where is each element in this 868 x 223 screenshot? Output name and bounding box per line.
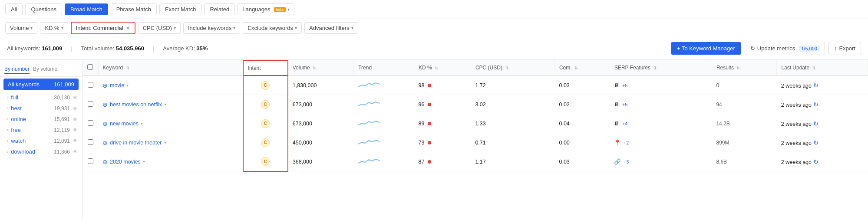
row-checkbox-cell[interactable] xyxy=(83,95,98,114)
sidebar-item-free[interactable]: › free 12,119 👁 xyxy=(0,125,82,135)
tab-broad-match[interactable]: Broad Match xyxy=(65,3,108,15)
volume-filter[interactable]: Volume ▾ xyxy=(5,22,37,34)
sidebar-tab-by-number[interactable]: By number xyxy=(4,66,30,74)
row-serp: 📍 +2 xyxy=(610,133,712,152)
row-cpc: 1.33 xyxy=(471,114,554,133)
keyword-link[interactable]: ⊕ 2020 movies ▾ xyxy=(102,158,238,165)
row-results: 0 xyxy=(712,75,776,95)
refresh-icon[interactable]: ↻ xyxy=(813,158,818,165)
row-checkbox[interactable] xyxy=(88,139,93,145)
keyword-table-area: Keyword ⇅ Intent Volume ⇅ Trend KD % ⇅ xyxy=(83,60,868,220)
refresh-icon[interactable]: ↻ xyxy=(813,82,818,89)
col-kd[interactable]: KD % ⇅ xyxy=(414,60,471,75)
keyword-link[interactable]: ⊕ drive in movie theater ▾ xyxy=(102,139,238,146)
row-results: 8.6B xyxy=(712,152,776,171)
add-icon: ⊕ xyxy=(102,158,108,165)
sidebar-tab-by-volume[interactable]: By volume xyxy=(33,66,57,74)
chevron-right-icon: › xyxy=(7,117,8,121)
row-checkbox[interactable] xyxy=(88,158,93,164)
languages-label: Languages xyxy=(242,6,270,13)
update-metrics-button[interactable]: ↻ ↻ Update metrics Update metrics 1/5,00… xyxy=(745,42,825,55)
sidebar-label-best: best xyxy=(11,105,22,112)
keyword-link[interactable]: ⊕ best movies on netflix ▾ xyxy=(102,101,238,108)
row-serp: 🖥 +4 xyxy=(610,114,712,133)
col-results[interactable]: Results ⇅ xyxy=(712,60,776,75)
col-volume[interactable]: Volume ⇅ xyxy=(288,60,354,75)
intent-badge: C xyxy=(261,138,270,147)
intent-label: Intent: Commercial xyxy=(76,25,123,31)
row-checkbox-cell[interactable] xyxy=(83,133,98,152)
sidebar-item-full[interactable]: › full 30,130 👁 xyxy=(0,92,82,103)
tab-phrase-match[interactable]: Phrase Match xyxy=(111,3,157,15)
add-icon: ⊕ xyxy=(102,139,108,146)
languages-button[interactable]: Languages beta ▾ xyxy=(238,3,294,15)
row-last-update: 2 weeks ago ↻ xyxy=(777,75,868,95)
sort-icon: ⇅ xyxy=(126,66,129,70)
close-icon[interactable]: ✕ xyxy=(126,25,130,31)
row-checkbox-cell[interactable] xyxy=(83,75,98,95)
sidebar-item-download[interactable]: › download 11,366 👁 xyxy=(0,146,82,157)
row-kd: 89 xyxy=(414,114,471,133)
chevron-right-icon: › xyxy=(7,128,8,132)
sidebar-item-watch[interactable]: › watch 12,091 👁 xyxy=(0,135,82,146)
export-button[interactable]: ↑ Export xyxy=(828,42,861,55)
tab-exact-match[interactable]: Exact Match xyxy=(159,3,202,15)
sort-icon: ⇅ xyxy=(574,66,578,70)
eye-icon: 👁 xyxy=(73,95,78,101)
cpc-filter[interactable]: CPC (USD) ▾ xyxy=(138,22,181,34)
kd-label: KD % xyxy=(45,25,59,31)
chevron-right-icon: › xyxy=(7,95,8,100)
exclude-keywords-filter[interactable]: Exclude keywords ▾ xyxy=(243,22,302,34)
sidebar-count-free: 12,119 xyxy=(54,127,70,133)
chevron-down-icon: ▾ xyxy=(61,26,63,30)
row-com: 0.04 xyxy=(554,114,610,133)
sort-icon: ⇅ xyxy=(736,66,740,70)
row-checkbox[interactable] xyxy=(88,101,93,107)
col-cpc[interactable]: CPC (USD) ⇅ xyxy=(471,60,554,75)
refresh-icon[interactable]: ↻ xyxy=(813,101,818,108)
row-com: 0.03 xyxy=(554,152,610,171)
row-volume: 450,000 xyxy=(288,133,354,152)
row-checkbox-cell[interactable] xyxy=(83,114,98,133)
sort-icon: ⇅ xyxy=(812,66,815,70)
intent-badge: C xyxy=(261,81,270,90)
row-last-update: 2 weeks ago ↻ xyxy=(777,152,868,171)
stats-bar: All keywords: 161,009 | Total volume: 54… xyxy=(0,37,868,60)
tab-questions[interactable]: Questions xyxy=(25,3,62,15)
kd-filter[interactable]: KD % ▾ xyxy=(40,22,68,34)
tab-all[interactable]: All xyxy=(5,3,23,15)
refresh-icon[interactable]: ↻ xyxy=(813,120,818,127)
volume-label: Volume xyxy=(10,25,29,31)
col-keyword[interactable]: Keyword ⇅ xyxy=(98,60,243,75)
cpc-label: CPC (USD) xyxy=(143,25,172,31)
refresh-icon[interactable]: ↻ xyxy=(813,139,818,146)
tab-bar: All Questions Broad Match Phrase Match E… xyxy=(0,0,868,19)
row-checkbox[interactable] xyxy=(88,82,93,88)
keyword-link[interactable]: ⊕ movie ▾ xyxy=(102,82,238,89)
col-checkbox[interactable] xyxy=(83,60,98,75)
col-trend[interactable]: Trend xyxy=(354,60,414,75)
col-serp[interactable]: SERP Features ⇅ xyxy=(610,60,712,75)
chevron-down-icon: ▾ xyxy=(351,26,353,30)
all-keywords-row[interactable]: All keywords 161,009 xyxy=(3,79,79,90)
keyword-link[interactable]: ⊕ new movies ▾ xyxy=(102,120,238,127)
sidebar-label-online: online xyxy=(11,116,26,122)
tab-related[interactable]: Related xyxy=(204,3,235,15)
row-checkbox-cell[interactable] xyxy=(83,152,98,171)
select-all-checkbox[interactable] xyxy=(87,64,93,70)
col-intent[interactable]: Intent xyxy=(243,60,288,75)
sidebar-item-best[interactable]: › best 19,931 👁 xyxy=(0,103,82,114)
col-last-update[interactable]: Last Update ⇅ xyxy=(777,60,868,75)
table-row: ⊕ drive in movie theater ▾ C 450,000 73 … xyxy=(83,133,868,152)
row-cpc: 1.17 xyxy=(471,152,554,171)
include-keywords-filter[interactable]: Include keywords ▾ xyxy=(183,22,240,34)
refresh-icon: ↻ xyxy=(750,45,755,52)
row-checkbox[interactable] xyxy=(88,120,93,126)
to-keyword-manager-button[interactable]: + To Keyword Manager xyxy=(671,42,741,55)
intent-filter[interactable]: Intent: Commercial ✕ xyxy=(71,22,135,34)
update-count: 1/5,000 xyxy=(799,46,819,52)
sidebar-tabs: By number By volume xyxy=(0,63,82,77)
sidebar-item-online[interactable]: › online 15,691 👁 xyxy=(0,114,82,125)
advanced-filters-filter[interactable]: Advanced filters ▾ xyxy=(304,22,358,34)
col-com[interactable]: Com. ⇅ xyxy=(554,60,610,75)
